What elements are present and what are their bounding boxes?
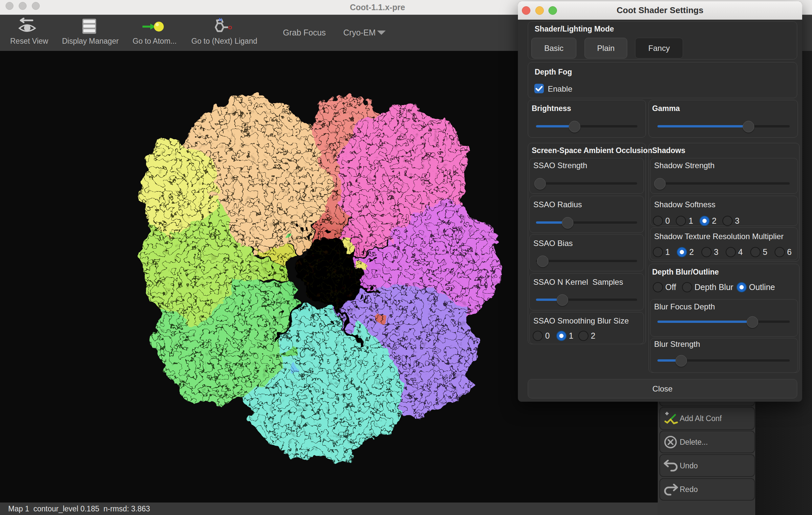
svg-text:O: O [228,25,232,30]
svg-text:N: N [219,18,222,22]
